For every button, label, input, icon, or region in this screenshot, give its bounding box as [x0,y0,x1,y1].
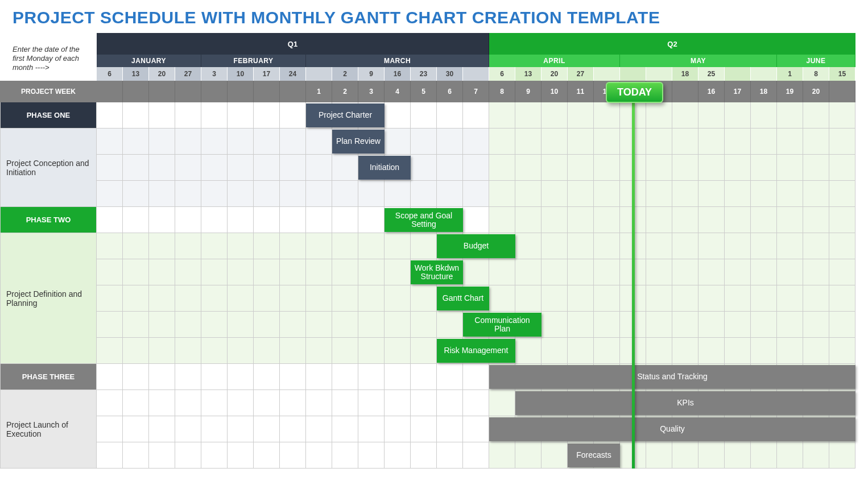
grid-cell[interactable] [542,312,568,338]
grid-cell[interactable] [228,181,254,207]
grid-cell[interactable] [201,416,228,442]
day-header[interactable]: 23 [411,67,437,81]
grid-cell[interactable] [97,181,123,207]
grid-cell[interactable] [751,207,777,233]
gantt-bar[interactable]: Project Charter [306,103,385,127]
grid-cell[interactable] [97,338,123,364]
grid-cell[interactable] [411,102,437,129]
grid-cell[interactable] [254,442,280,469]
grid-cell[interactable] [646,285,672,312]
grid-cell[interactable] [437,129,463,155]
grid-cell[interactable] [228,207,254,233]
grid-cell[interactable] [201,442,228,469]
grid-cell[interactable] [175,390,201,416]
grid-cell[interactable] [777,102,803,129]
grid-cell[interactable] [829,233,855,259]
grid-cell[interactable] [97,285,123,312]
grid-cell[interactable] [306,285,332,312]
grid-cell[interactable] [568,312,594,338]
day-header[interactable]: 16 [385,67,411,81]
grid-cell[interactable] [97,207,123,233]
grid-cell[interactable] [672,285,698,312]
grid-cell[interactable] [725,155,751,181]
grid-cell[interactable] [515,129,542,155]
grid-cell[interactable] [437,364,463,390]
grid-cell[interactable] [228,129,254,155]
grid-cell[interactable] [332,233,358,259]
grid-cell[interactable] [751,442,777,469]
grid-cell[interactable] [201,233,228,259]
grid-cell[interactable] [280,416,306,442]
gantt-bar[interactable]: Initiation [358,156,411,180]
grid-cell[interactable] [332,338,358,364]
gantt-bar[interactable]: Quality [489,417,855,441]
grid-cell[interactable] [829,181,855,207]
grid-cell[interactable] [463,442,489,469]
grid-cell[interactable] [201,259,228,285]
grid-cell[interactable] [332,312,358,338]
grid-cell[interactable] [829,207,855,233]
grid-cell[interactable] [646,207,672,233]
day-header[interactable]: 8 [803,67,829,81]
grid-cell[interactable] [201,285,228,312]
grid-cell[interactable] [228,285,254,312]
grid-cell[interactable] [646,442,672,469]
grid-cell[interactable] [725,233,751,259]
grid-cell[interactable] [97,259,123,285]
day-header[interactable]: 20 [542,67,568,81]
gantt-bar[interactable]: Work Bkdwn Structure [411,260,463,284]
grid-cell[interactable] [411,155,437,181]
grid-cell[interactable] [751,233,777,259]
grid-cell[interactable] [463,364,489,390]
grid-cell[interactable] [123,233,149,259]
grid-cell[interactable] [149,259,175,285]
grid-cell[interactable] [594,129,620,155]
grid-cell[interactable] [698,312,725,338]
grid-cell[interactable] [463,207,489,233]
day-header[interactable]: 30 [437,67,463,81]
grid-cell[interactable] [358,416,385,442]
grid-cell[interactable] [254,102,280,129]
grid-cell[interactable] [672,102,698,129]
grid-cell[interactable] [97,390,123,416]
grid-cell[interactable] [201,102,228,129]
grid-cell[interactable] [201,390,228,416]
grid-cell[interactable] [698,285,725,312]
grid-cell[interactable] [280,102,306,129]
grid-cell[interactable] [829,312,855,338]
grid-cell[interactable] [777,207,803,233]
grid-cell[interactable] [489,155,515,181]
grid-cell[interactable] [568,181,594,207]
grid-cell[interactable] [672,312,698,338]
grid-cell[interactable] [437,390,463,416]
grid-cell[interactable] [646,259,672,285]
day-header[interactable]: 15 [829,67,855,81]
grid-cell[interactable] [829,259,855,285]
grid-cell[interactable] [175,259,201,285]
grid-cell[interactable] [725,181,751,207]
grid-cell[interactable] [646,338,672,364]
grid-cell[interactable] [515,442,542,469]
grid-cell[interactable] [803,338,829,364]
grid-cell[interactable] [829,129,855,155]
grid-cell[interactable] [280,181,306,207]
grid-cell[interactable] [698,102,725,129]
day-header[interactable] [725,67,751,81]
grid-cell[interactable] [385,338,411,364]
grid-cell[interactable] [385,181,411,207]
day-header[interactable]: 13 [515,67,542,81]
grid-cell[interactable] [725,285,751,312]
grid-cell[interactable] [725,442,751,469]
grid-cell[interactable] [542,338,568,364]
grid-cell[interactable] [803,102,829,129]
grid-cell[interactable] [201,207,228,233]
grid-cell[interactable] [777,442,803,469]
grid-cell[interactable] [123,259,149,285]
grid-cell[interactable] [254,364,280,390]
grid-cell[interactable] [332,285,358,312]
grid-cell[interactable] [751,129,777,155]
day-header[interactable]: 1 [777,67,803,81]
grid-cell[interactable] [306,233,332,259]
grid-cell[interactable] [175,233,201,259]
grid-cell[interactable] [594,102,620,129]
